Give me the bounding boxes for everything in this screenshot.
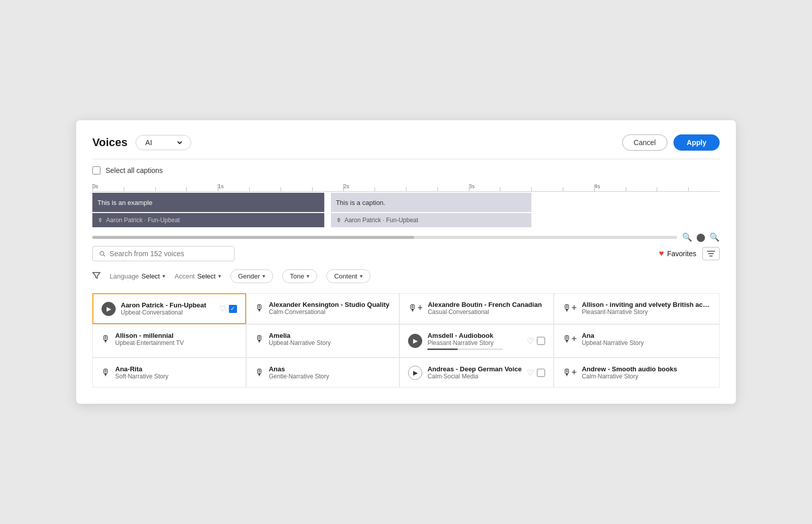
voice-card-alexander-kensington[interactable]: 🎙 Alexander Kensington - Studio Quality … [246, 293, 400, 324]
captions-row: This is an example This is a caption. [92, 193, 720, 212]
svg-line-1 [104, 255, 105, 256]
tick-4-75 [688, 187, 689, 191]
mic-plus-voice-icon: 🎙+ [408, 303, 423, 313]
search-box[interactable] [92, 246, 234, 261]
voice-card-top: 🎙+ Andrew - Smooth audio books Calm·Narr… [562, 365, 711, 380]
voices-modal: Voices AI Cancel Apply Select all captio… [76, 120, 736, 404]
voice-heart-icon[interactable]: ♡ [219, 304, 226, 313]
voice-card-top: ▶ Aaron Patrick - Fun-Upbeat Upbeat·Conv… [101, 301, 237, 316]
list-filter-button[interactable] [702, 247, 720, 260]
voice-info: Allison - millennial Upbeat·Entertainmen… [115, 332, 238, 346]
tick-2-25 [375, 187, 375, 191]
content-filter-label: Content [334, 272, 357, 280]
voice-name: Allison - millennial [115, 332, 238, 339]
voice-card-alexandre-boutin[interactable]: 🎙+ Alexandre Boutin - French Canadian Ca… [399, 293, 553, 324]
ai-dropdown[interactable]: AI [143, 138, 184, 147]
page-title: Voices [92, 136, 127, 149]
voice-actions: ♡ [527, 336, 545, 346]
voice-card-ana[interactable]: 🎙+ Ana Upbeat·Narrative Story [554, 324, 720, 358]
header-right: Cancel Apply [622, 134, 720, 151]
accent-filter[interactable]: Accent Select ▾ [175, 272, 221, 280]
voice-checkbox[interactable] [537, 337, 545, 345]
tick-2-5 [406, 187, 407, 191]
tick-3 [469, 184, 469, 191]
voice-checkbox[interactable] [537, 369, 545, 377]
voice-labels-row: 🎙 Aaron Patrick · Fun-Upbeat 🎙 Aaron Pat… [92, 213, 720, 227]
select-all-checkbox[interactable] [92, 166, 100, 174]
voice-card-top: 🎙 Allison - millennial Upbeat·Entertainm… [101, 332, 238, 346]
voice-card-anas[interactable]: 🎙 Anas Gentle·Narrative Story [246, 358, 400, 388]
tick-1-25 [249, 187, 250, 191]
tick-0-75 [186, 187, 187, 191]
tick-2-75 [437, 187, 438, 191]
favorites-area: ♥ Favorites [659, 247, 720, 260]
mic-voice-icon: 🎙 [101, 367, 110, 378]
voice-card-amelia[interactable]: 🎙 Amelia Upbeat·Narrative Story [246, 324, 400, 358]
search-filter-row: ♥ Favorites [92, 246, 720, 261]
voice-card-top: 🎙 Anas Gentle·Narrative Story [255, 365, 391, 380]
voice-heart-icon[interactable]: ♡ [527, 336, 534, 346]
scrollbar-track[interactable] [92, 236, 677, 239]
content-filter[interactable]: Content ▾ [326, 269, 370, 283]
voice-card-ana-rita[interactable]: 🎙 Ana-Rita Soft·Narrative Story [92, 358, 246, 388]
voice-card-top: 🎙 Alexander Kensington - Studio Quality … [255, 301, 391, 316]
tick-4-25 [626, 187, 626, 191]
voice-info: Andrew - Smooth audio books Calm·Narrati… [582, 365, 711, 380]
voice-name: Allison - inviting and velvety British a… [582, 301, 711, 308]
voice-card-aaron-patrick[interactable]: ▶ Aaron Patrick - Fun-Upbeat Upbeat·Conv… [92, 293, 246, 324]
voice-info: Amsdell - Audiobook Pleasant·Narrative S… [427, 332, 521, 350]
voice-heart-icon[interactable]: ♡ [527, 368, 534, 377]
voices-grid: ▶ Aaron Patrick - Fun-Upbeat Upbeat·Conv… [92, 293, 720, 388]
voice-tags: Upbeat·Entertainment TV [115, 339, 238, 346]
language-filter[interactable]: Language Select ▾ [110, 272, 165, 280]
header-divider [92, 159, 720, 159]
gender-filter-label: Gender [238, 272, 260, 280]
voice-actions: ♡ ✓ [219, 304, 237, 313]
voice-name: Alexander Kensington - Studio Quality [269, 301, 391, 308]
voice-info: Amelia Upbeat·Narrative Story [269, 332, 391, 346]
mic-plus-voice-icon: 🎙+ [562, 334, 577, 344]
ruler-label-1s: 1s [218, 183, 224, 189]
voice-play-button[interactable]: ▶ [101, 302, 116, 316]
list-filter-icon [707, 250, 715, 257]
favorites-button[interactable]: ♥ Favorites [659, 249, 696, 259]
voice-card-top: ▶ Amsdell - Audiobook Pleasant·Narrative… [408, 332, 545, 350]
apply-button[interactable]: Apply [673, 134, 720, 151]
voice-name: Andreas - Deep German Voice [427, 365, 521, 373]
search-input[interactable] [110, 250, 228, 258]
tone-filter[interactable]: Tone ▾ [282, 269, 317, 283]
voice-card-top: 🎙+ Allison - inviting and velvety Britis… [562, 301, 711, 316]
voice-card-allison-millennial[interactable]: 🎙 Allison - millennial Upbeat·Entertainm… [92, 324, 246, 358]
tick-4-5 [657, 187, 657, 191]
voice-info: Ana-Rita Soft·Narrative Story [115, 365, 238, 380]
voice-tags: Soft·Narrative Story [115, 373, 238, 380]
voice-card-andreas[interactable]: ▶ Andreas - Deep German Voice Calm·Socia… [399, 358, 553, 388]
accent-chevron-icon: ▾ [218, 273, 221, 280]
cancel-button[interactable]: Cancel [622, 134, 668, 151]
voice-play-button[interactable]: ▶ [408, 334, 422, 348]
modal-header: Voices AI Cancel Apply [92, 134, 720, 151]
voice-info: Andreas - Deep German Voice Calm·Social … [427, 365, 521, 380]
tick-4 [594, 184, 595, 191]
mic-icon-1: 🎙 [97, 217, 103, 223]
zoom-in-icon[interactable]: 🔍 [709, 232, 720, 242]
caption-block-2: This is a caption. [331, 193, 532, 212]
voice-info: Aaron Patrick - Fun-Upbeat Upbeat·Conver… [121, 301, 214, 316]
voice-checkbox[interactable]: ✓ [229, 305, 237, 313]
voice-name: Aaron Patrick - Fun-Upbeat [121, 301, 214, 309]
voice-tags: Gentle·Narrative Story [269, 373, 391, 380]
voice-card-amsdell[interactable]: ▶ Amsdell - Audiobook Pleasant·Narrative… [399, 324, 553, 358]
voice-card-top: 🎙+ Alexandre Boutin - French Canadian Ca… [408, 301, 545, 316]
voice-card-andrew[interactable]: 🎙+ Andrew - Smooth audio books Calm·Narr… [554, 358, 720, 388]
mic-voice-icon: 🎙 [255, 334, 264, 344]
voice-card-allison-british[interactable]: 🎙+ Allison - inviting and velvety Britis… [554, 293, 720, 324]
language-filter-value: Select [142, 272, 160, 280]
voice-name: Ana-Rita [115, 365, 238, 373]
tick-3-75 [563, 187, 563, 191]
voice-play-button[interactable]: ▶ [408, 366, 422, 380]
zoom-out-icon[interactable]: 🔍 [682, 232, 692, 242]
ai-select-wrapper[interactable]: AI [136, 135, 191, 150]
mic-icon-2: 🎙 [336, 217, 342, 223]
gender-filter[interactable]: Gender ▾ [230, 269, 273, 283]
voice-card-top: 🎙 Amelia Upbeat·Narrative Story [255, 332, 391, 346]
